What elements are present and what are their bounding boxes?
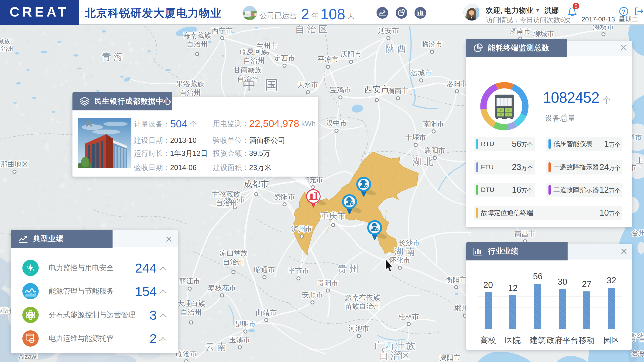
svg-text:长沙市: 长沙市 xyxy=(399,239,420,247)
svg-text:洛阳市: 洛阳市 xyxy=(446,80,468,88)
svg-text:海南藏族: 海南藏族 xyxy=(183,32,211,39)
svg-text:青海: 青海 xyxy=(102,52,125,62)
svg-text:毕节市: 毕节市 xyxy=(288,267,309,275)
svg-text:藏族: 藏族 xyxy=(0,38,10,45)
svg-text:聊城市: 聊城市 xyxy=(533,30,554,38)
svg-text:河池市: 河池市 xyxy=(348,324,369,332)
svg-text:贵阳市: 贵阳市 xyxy=(317,279,338,287)
svg-text:贵州: 贵州 xyxy=(338,264,361,274)
svg-text:运城市: 运城市 xyxy=(411,69,432,77)
svg-text:自治州: 自治州 xyxy=(180,89,200,96)
svg-text:衡阳市: 衡阳市 xyxy=(446,276,467,284)
svg-text:凉山彝族: 凉山彝族 xyxy=(220,249,248,257)
svg-text:湖北: 湖北 xyxy=(412,156,436,166)
svg-text:资阳市: 资阳市 xyxy=(274,193,295,200)
svg-text:大理白族: 大理白族 xyxy=(177,300,205,307)
svg-text:重庆市: 重庆市 xyxy=(320,211,346,221)
svg-text:昆明市: 昆明市 xyxy=(235,320,256,328)
svg-text:那曲地区: 那曲地区 xyxy=(0,160,28,168)
svg-text:西宁市: 西宁市 xyxy=(212,27,233,34)
svg-text:攀枝花市: 攀枝花市 xyxy=(208,284,236,292)
svg-text:揭阳市: 揭阳市 xyxy=(440,354,461,361)
svg-text:自治州: 自治州 xyxy=(223,258,244,266)
svg-text:果洛藏族: 果洛藏族 xyxy=(176,80,204,88)
svg-text:自治州: 自治州 xyxy=(244,56,264,64)
svg-text:自治区: 自治区 xyxy=(379,350,412,360)
svg-text:丽江市: 丽江市 xyxy=(179,277,200,285)
svg-text:自治州: 自治州 xyxy=(0,45,13,52)
svg-text:平凉市: 平凉市 xyxy=(318,56,338,63)
svg-text:曲靖市: 曲靖市 xyxy=(256,309,277,316)
svg-text:定西市: 定西市 xyxy=(274,54,295,62)
svg-text:云南: 云南 xyxy=(205,342,228,352)
svg-text:自治州: 自治州 xyxy=(216,199,237,207)
svg-text:怀化市: 怀化市 xyxy=(389,256,410,264)
svg-text:宝鸡市: 宝鸡市 xyxy=(330,86,351,94)
svg-text:桂林市: 桂林市 xyxy=(398,312,419,320)
svg-text:汉中市: 汉中市 xyxy=(326,119,347,127)
svg-text:甘南藏族: 甘南藏族 xyxy=(234,66,262,74)
svg-text:安顺市: 安顺市 xyxy=(302,291,323,299)
svg-text:自治区: 自治区 xyxy=(295,24,330,34)
svg-text:中国: 中国 xyxy=(243,77,286,92)
svg-text:襄阳市: 襄阳市 xyxy=(424,146,445,154)
svg-text:西安市: 西安市 xyxy=(364,84,389,94)
svg-text:临汾市: 临汾市 xyxy=(422,40,442,48)
svg-text:广西壮族: 广西壮族 xyxy=(374,340,417,351)
svg-text:湖南: 湖南 xyxy=(394,246,417,257)
svg-text:陕西: 陕西 xyxy=(385,43,409,54)
svg-text:自治州: 自治州 xyxy=(187,40,208,48)
svg-text:渭南市: 渭南市 xyxy=(388,87,408,94)
svg-text:临沧市: 临沧市 xyxy=(176,350,197,358)
svg-text:成都市: 成都市 xyxy=(244,179,269,189)
svg-text:庆阳市: 庆阳市 xyxy=(341,50,362,58)
svg-text:台州: 台州 xyxy=(632,229,644,237)
svg-text:臺灣: 臺灣 xyxy=(632,350,644,357)
svg-text:甘孜藏族: 甘孜藏族 xyxy=(212,190,240,198)
svg-text:泸州市: 泸州市 xyxy=(291,225,312,233)
svg-text:苗族自治州: 苗族自治州 xyxy=(345,302,380,310)
svg-text:南昌市: 南昌市 xyxy=(514,230,536,238)
svg-text:昭通市: 昭通市 xyxy=(254,266,275,274)
svg-text:延安市: 延安市 xyxy=(378,27,399,34)
svg-text:上: 上 xyxy=(636,157,643,164)
svg-text:Aizawl: Aizawl xyxy=(19,353,38,360)
svg-text:南阳市: 南阳市 xyxy=(423,120,444,128)
svg-text:黔南布依族: 黔南布依族 xyxy=(345,294,380,301)
svg-text:自治州: 自治州 xyxy=(180,308,202,316)
svg-text:十堰市: 十堰市 xyxy=(405,134,426,141)
svg-text:玉溪市: 玉溪市 xyxy=(229,336,250,344)
svg-text:天水市: 天水市 xyxy=(297,81,318,88)
svg-text:临夏回族: 临夏回族 xyxy=(240,48,268,56)
svg-text:济南市: 济南市 xyxy=(510,27,531,35)
